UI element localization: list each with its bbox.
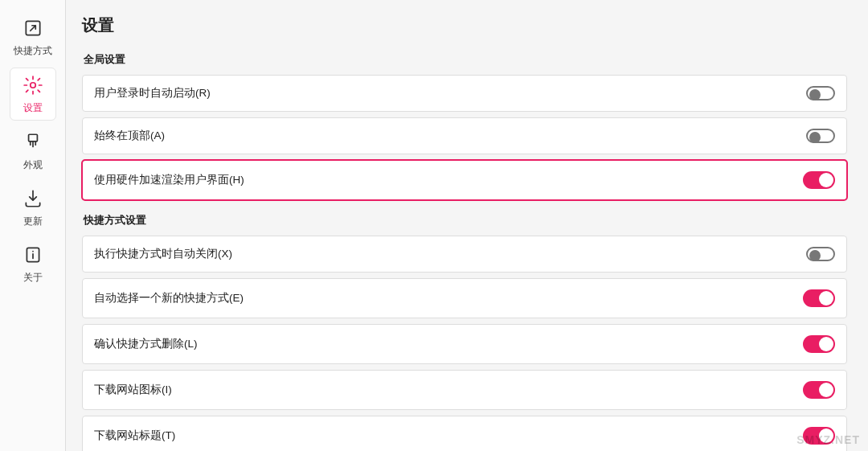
brush-icon <box>23 132 43 155</box>
main-content: 设置 全局设置用户登录时自动启动(R)始终在顶部(A)使用硬件加速渲染用户界面(… <box>66 0 868 451</box>
setting-row[interactable]: 执行快捷方式时自动关闭(X) <box>82 236 847 273</box>
setting-label: 确认快捷方式删除(L) <box>94 337 198 351</box>
toggle-switch[interactable] <box>803 381 835 399</box>
toggle-switch[interactable] <box>806 86 835 100</box>
toggle-switch[interactable] <box>803 335 835 353</box>
setting-row[interactable]: 用户登录时自动启动(R) <box>82 75 847 112</box>
setting-row[interactable]: 确认快捷方式删除(L) <box>82 324 847 364</box>
setting-label: 用户登录时自动启动(R) <box>94 86 211 100</box>
sidebar-item-about[interactable]: 关于 <box>10 238 56 289</box>
setting-row[interactable]: 下载网站图标(I) <box>82 370 847 410</box>
section-title: 全局设置 <box>84 52 847 67</box>
sidebar-item-update[interactable]: 更新 <box>10 182 56 233</box>
download-icon <box>23 188 43 211</box>
setting-row[interactable]: 使用硬件加速渲染用户界面(H) <box>82 160 847 200</box>
sidebar-item-label: 设置 <box>23 101 43 115</box>
svg-point-1 <box>30 83 35 88</box>
gear-icon <box>23 75 43 98</box>
sidebar: 快捷方式设置外观更新关于 <box>0 0 66 451</box>
setting-label: 执行快捷方式时自动关闭(X) <box>94 247 232 261</box>
info-icon <box>23 244 43 268</box>
toggle-switch[interactable] <box>803 427 835 445</box>
sidebar-item-label: 更新 <box>23 215 43 228</box>
section-title: 快捷方式设置 <box>84 213 847 228</box>
sidebar-item-settings[interactable]: 设置 <box>10 68 56 121</box>
setting-label: 自动选择一个新的快捷方式(E) <box>94 291 244 305</box>
toggle-switch[interactable] <box>806 247 835 261</box>
sidebar-item-appearance[interactable]: 外观 <box>10 125 56 177</box>
sidebar-item-label: 外观 <box>23 158 43 172</box>
shortcut-icon <box>23 18 43 41</box>
setting-label: 下载网站图标(I) <box>94 383 172 397</box>
settings-sections: 全局设置用户登录时自动启动(R)始终在顶部(A)使用硬件加速渲染用户界面(H)快… <box>82 52 847 451</box>
setting-row[interactable]: 下载网站标题(T) <box>82 416 847 451</box>
setting-label: 下载网站标题(T) <box>94 428 175 443</box>
setting-label: 始终在顶部(A) <box>94 129 165 143</box>
sidebar-item-shortcuts[interactable]: 快捷方式 <box>10 11 56 63</box>
toggle-switch[interactable] <box>803 171 835 189</box>
setting-row[interactable]: 自动选择一个新的快捷方式(E) <box>82 278 847 318</box>
toggle-switch[interactable] <box>806 129 835 143</box>
svg-rect-2 <box>28 134 37 141</box>
page-title: 设置 <box>82 14 847 36</box>
setting-label: 使用硬件加速渲染用户界面(H) <box>94 173 244 187</box>
sidebar-item-label: 关于 <box>23 271 43 285</box>
toggle-switch[interactable] <box>803 289 835 307</box>
sidebar-item-label: 快捷方式 <box>14 44 52 58</box>
setting-row[interactable]: 始终在顶部(A) <box>82 117 847 154</box>
